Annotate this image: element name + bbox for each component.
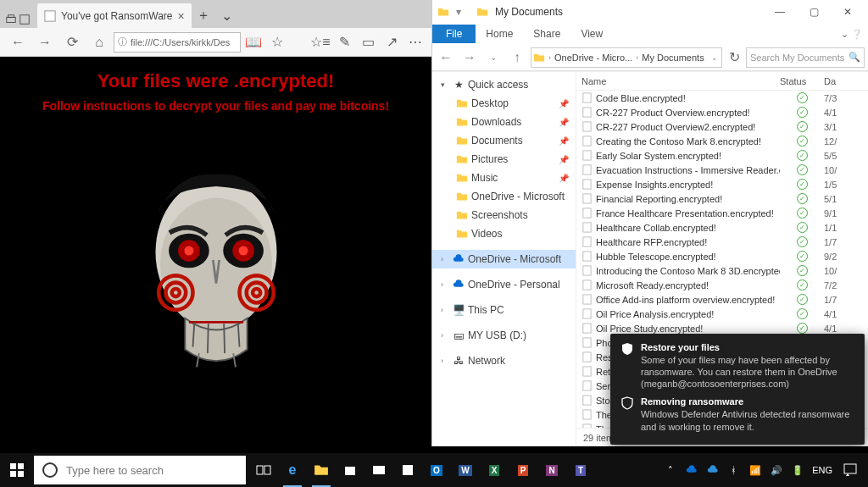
favorites-list-icon[interactable]: ☆≡ (309, 30, 331, 55)
nav-quick-item[interactable]: Desktop📌 (432, 94, 576, 113)
taskbar-onenote-icon[interactable]: N (537, 453, 566, 487)
column-status[interactable]: Status (780, 76, 824, 86)
file-row[interactable]: Healthcare Collab.encrypted! ✓ 1/1 (576, 220, 868, 235)
action-center-button[interactable] (841, 461, 860, 479)
back-button[interactable]: ← (5, 30, 31, 55)
svg-rect-57 (345, 467, 355, 475)
file-row[interactable]: Healthcare RFP.encrypted! ✓ 1/7 (576, 235, 868, 249)
file-row[interactable]: Evacuation Instructions - Immersive Read… (576, 163, 868, 177)
close-button[interactable]: ✕ (832, 2, 863, 22)
nav-quick-item[interactable]: Screenshots (432, 206, 576, 224)
file-row[interactable]: CR-227 Product Overview2.encrypted! ✓ 3/… (576, 119, 868, 134)
file-row[interactable]: Code Blue.encrypted! ✓ 7/3 (576, 91, 868, 105)
column-date[interactable]: Da (824, 76, 849, 86)
minimize-button[interactable]: — (765, 2, 795, 22)
ribbon-tab-file[interactable]: File (432, 25, 476, 43)
breadcrumb-bar[interactable]: › OneDrive - Micro... › My Documents ⌄ (531, 47, 722, 68)
taskbar-mail-icon[interactable] (364, 453, 393, 487)
file-row[interactable]: Early Solar System.encrypted! ✓ 5/5 (576, 148, 868, 163)
nav-forward-button[interactable]: → (459, 47, 480, 68)
taskbar-store-icon[interactable] (336, 453, 364, 487)
url-input[interactable]: ⓘ file:///C:/Users/kirkk/Des (114, 32, 241, 53)
nav-quick-item[interactable]: Pictures📌 (432, 150, 576, 169)
ribbon-tab-share[interactable]: Share (523, 25, 570, 43)
ribbon-tab-view[interactable]: View (570, 25, 613, 43)
home-button[interactable]: ⌂ (86, 30, 112, 55)
tray-onedrive-icon-2[interactable] (706, 464, 719, 477)
new-tab-button[interactable]: ＋ (192, 3, 215, 28)
favorite-star-icon[interactable]: ☆ (266, 30, 288, 55)
defender-toast[interactable]: Restore your files Some of your files ma… (610, 334, 865, 445)
taskbar-word-icon[interactable]: W (451, 453, 480, 487)
file-list-header[interactable]: Name Status Da (576, 72, 868, 91)
taskbar-explorer-icon[interactable] (307, 453, 336, 487)
file-row[interactable]: Office Add-ins platform overview.encrypt… (576, 292, 868, 307)
nav-this-pc[interactable]: › 🖥️ This PC (432, 301, 576, 319)
taskbar-edge-icon[interactable]: e (278, 453, 307, 487)
taskbar-excel-icon[interactable]: X (480, 453, 509, 487)
file-row[interactable]: Creating the Contoso Mark 8.encrypted! ✓… (576, 134, 868, 148)
extensions-icon[interactable]: ▭ (357, 30, 379, 55)
folder-icon (456, 191, 468, 202)
explorer-nav-pane: ▾ ★ Quick access Desktop📌Downloads📌Docum… (432, 72, 576, 446)
svg-rect-59 (403, 465, 413, 475)
nav-quick-item[interactable]: Videos (432, 224, 576, 243)
nav-quick-access[interactable]: ▾ ★ Quick access (432, 75, 576, 94)
file-row[interactable]: Hubble Telescope.encrypted! ✓ 9/2 (576, 249, 868, 263)
tray-wifi-icon[interactable]: 📶 (748, 464, 761, 477)
tray-bluetooth-icon[interactable]: ᚼ (727, 464, 740, 477)
breadcrumb-2[interactable]: My Documents (642, 53, 704, 63)
column-name[interactable]: Name (576, 76, 780, 86)
nav-usb-drive[interactable]: › 🖴 MY USB (D:) (432, 326, 576, 345)
tab-dropdown[interactable]: ⌄ (215, 3, 239, 28)
shield-icon (620, 396, 634, 410)
nav-up-button[interactable]: ↑ (507, 47, 527, 68)
share-icon[interactable]: ↗ (381, 30, 403, 55)
ribbon-tab-home[interactable]: Home (476, 25, 523, 43)
file-row[interactable]: France Healthcare Presentation.encrypted… (576, 206, 868, 220)
file-row[interactable]: Microsoft Ready.encrypted! ✓ 7/2 (576, 278, 868, 292)
tray-volume-icon[interactable]: 🔊 (770, 464, 782, 477)
forward-button[interactable]: → (32, 30, 58, 55)
nav-back-button[interactable]: ← (436, 47, 456, 68)
nav-quick-item[interactable]: Music📌 (432, 169, 576, 187)
taskbar-powerpoint-icon[interactable]: P (509, 453, 537, 487)
taskbar-whiteboard-icon[interactable] (393, 453, 422, 487)
tray-battery-icon[interactable]: 🔋 (791, 464, 804, 477)
explorer-search-input[interactable]: Search My Documents 🔍 (746, 47, 865, 68)
tab-close-button[interactable]: × (177, 9, 184, 23)
tray-onedrive-icon[interactable] (685, 464, 698, 477)
file-row[interactable]: Expense Insights.encrypted! ✓ 1/5 (576, 177, 868, 191)
nav-onedrive-personal[interactable]: › OneDrive - Personal (432, 275, 576, 294)
address-refresh-button[interactable]: ↻ (726, 47, 743, 68)
file-row[interactable]: Oil Price Analysis.encrypted! ✓ 4/1 (576, 307, 868, 321)
nav-recent-button[interactable]: ⌄ (483, 47, 504, 68)
nav-quick-item[interactable]: Downloads📌 (432, 113, 576, 131)
file-row[interactable]: CR-227 Product Overview.encrypted! ✓ 4/1 (576, 105, 868, 119)
refresh-button[interactable]: ⟳ (59, 30, 85, 55)
maximize-button[interactable]: ▢ (798, 2, 829, 22)
file-row[interactable]: Financial Reporting.encrypted! ✓ 5/1 (576, 191, 868, 206)
task-view-button[interactable] (249, 453, 278, 487)
tray-language[interactable]: ENG (812, 465, 832, 475)
breadcrumb-1[interactable]: OneDrive - Micro... (554, 53, 632, 63)
nav-quick-item[interactable]: OneDrive - Microsoft (432, 187, 576, 206)
explorer-titlebar[interactable]: ▾ My Documents — ▢ ✕ (432, 0, 868, 24)
start-button[interactable] (0, 453, 34, 487)
tray-chevron-icon[interactable]: ˄ (664, 464, 676, 477)
more-menu-icon[interactable]: ⋯ (404, 30, 426, 55)
nav-network[interactable]: › 🖧 Network (432, 351, 576, 370)
reading-mode-icon[interactable]: 📖 (242, 30, 264, 55)
sync-ok-icon: ✓ (797, 208, 808, 219)
ransom-heading: Your files were .encrypted! (0, 70, 431, 92)
ribbon-expand-icon[interactable]: ⌄ ❔ (841, 29, 863, 40)
notes-icon[interactable]: ✎ (333, 30, 355, 55)
file-row[interactable]: Introducing the Contoso Mark 8 3D.encryp… (576, 263, 868, 278)
folder-icon (456, 153, 468, 165)
taskbar-outlook-icon[interactable]: O (422, 453, 451, 487)
browser-tab[interactable]: You've got RansomWare × (37, 3, 192, 28)
nav-onedrive-microsoft[interactable]: › OneDrive - Microsoft (432, 250, 576, 268)
taskbar-teams-icon[interactable]: T (566, 453, 595, 487)
nav-quick-item[interactable]: Documents📌 (432, 131, 576, 150)
taskbar-search[interactable]: Type here to search (34, 456, 246, 484)
